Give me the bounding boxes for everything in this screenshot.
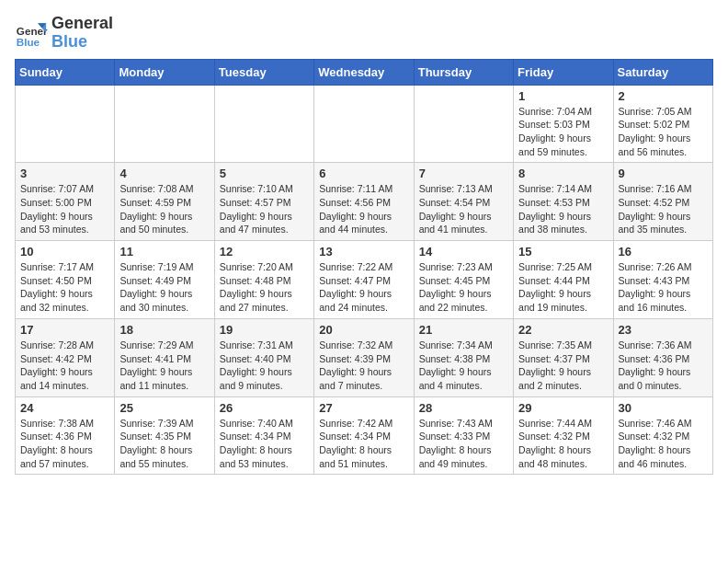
day-number: 1	[518, 89, 608, 103]
day-number: 8	[518, 167, 608, 180]
calendar-cell: 27Sunrise: 7:42 AMSunset: 4:34 PMDayligh…	[314, 396, 414, 475]
day-info: Sunrise: 7:08 AMSunset: 4:59 PMDaylight:…	[119, 182, 209, 236]
day-of-week-header: Friday	[514, 59, 613, 85]
calendar-cell: 10Sunrise: 7:17 AMSunset: 4:50 PMDayligh…	[16, 241, 115, 319]
calendar-cell: 28Sunrise: 7:43 AMSunset: 4:33 PMDayligh…	[414, 396, 513, 475]
day-number: 28	[419, 401, 508, 415]
calendar-cell: 21Sunrise: 7:34 AMSunset: 4:38 PMDayligh…	[414, 318, 513, 396]
day-number: 15	[518, 245, 608, 259]
day-number: 18	[119, 323, 209, 337]
day-number: 11	[119, 245, 209, 259]
day-number: 17	[20, 323, 109, 337]
day-of-week-header: Wednesday	[314, 59, 414, 85]
day-info: Sunrise: 7:25 AMSunset: 4:44 PMDaylight:…	[518, 260, 608, 315]
day-info: Sunrise: 7:19 AMSunset: 4:49 PMDaylight:…	[119, 260, 209, 315]
calendar-cell: 30Sunrise: 7:46 AMSunset: 4:32 PMDayligh…	[613, 396, 712, 475]
day-number: 16	[619, 245, 708, 259]
calendar-cell: 11Sunrise: 7:19 AMSunset: 4:49 PMDayligh…	[115, 241, 214, 319]
day-info: Sunrise: 7:34 AMSunset: 4:38 PMDaylight:…	[419, 339, 508, 393]
day-number: 2	[619, 89, 708, 103]
calendar-cell: 18Sunrise: 7:29 AMSunset: 4:41 PMDayligh…	[115, 318, 214, 396]
day-info: Sunrise: 7:43 AMSunset: 4:33 PMDaylight:…	[419, 417, 508, 471]
calendar-cell: 29Sunrise: 7:44 AMSunset: 4:32 PMDayligh…	[514, 396, 613, 475]
day-info: Sunrise: 7:04 AMSunset: 5:03 PMDaylight:…	[518, 105, 608, 159]
day-info: Sunrise: 7:17 AMSunset: 4:50 PMDaylight:…	[20, 260, 109, 315]
calendar-cell: 24Sunrise: 7:38 AMSunset: 4:36 PMDayligh…	[16, 396, 115, 475]
calendar-cell: 13Sunrise: 7:22 AMSunset: 4:47 PMDayligh…	[314, 241, 414, 319]
day-number: 14	[419, 245, 508, 259]
calendar-cell: 23Sunrise: 7:36 AMSunset: 4:36 PMDayligh…	[613, 318, 712, 396]
day-info: Sunrise: 7:32 AMSunset: 4:39 PMDaylight:…	[319, 339, 408, 393]
day-info: Sunrise: 7:11 AMSunset: 4:56 PMDaylight:…	[319, 182, 408, 236]
day-number: 4	[119, 167, 209, 180]
day-info: Sunrise: 7:14 AMSunset: 4:53 PMDaylight:…	[518, 182, 608, 236]
calendar-cell: 8Sunrise: 7:14 AMSunset: 4:53 PMDaylight…	[514, 163, 613, 241]
day-number: 13	[319, 245, 408, 259]
day-number: 19	[220, 323, 309, 337]
day-info: Sunrise: 7:16 AMSunset: 4:52 PMDaylight:…	[619, 182, 708, 236]
day-info: Sunrise: 7:31 AMSunset: 4:40 PMDaylight:…	[220, 339, 309, 393]
day-info: Sunrise: 7:20 AMSunset: 4:48 PMDaylight:…	[220, 260, 309, 315]
calendar-week-row: 10Sunrise: 7:17 AMSunset: 4:50 PMDayligh…	[16, 241, 713, 319]
day-info: Sunrise: 7:26 AMSunset: 4:43 PMDaylight:…	[619, 260, 708, 315]
calendar-cell: 20Sunrise: 7:32 AMSunset: 4:39 PMDayligh…	[314, 318, 414, 396]
calendar-cell: 19Sunrise: 7:31 AMSunset: 4:40 PMDayligh…	[214, 318, 313, 396]
day-number: 27	[319, 401, 408, 415]
day-info: Sunrise: 7:22 AMSunset: 4:47 PMDaylight:…	[319, 260, 408, 315]
day-number: 12	[220, 245, 309, 259]
day-info: Sunrise: 7:28 AMSunset: 4:42 PMDaylight:…	[20, 339, 109, 393]
day-number: 3	[20, 167, 109, 180]
day-number: 7	[419, 167, 508, 180]
day-info: Sunrise: 7:38 AMSunset: 4:36 PMDaylight:…	[20, 417, 109, 471]
day-number: 26	[220, 401, 309, 415]
calendar-cell: 15Sunrise: 7:25 AMSunset: 4:44 PMDayligh…	[514, 241, 613, 319]
day-number: 9	[619, 167, 708, 180]
day-info: Sunrise: 7:39 AMSunset: 4:35 PMDaylight:…	[119, 417, 209, 471]
day-number: 25	[119, 401, 209, 415]
calendar-cell: 9Sunrise: 7:16 AMSunset: 4:52 PMDaylight…	[613, 163, 712, 241]
calendar-week-row: 24Sunrise: 7:38 AMSunset: 4:36 PMDayligh…	[16, 396, 713, 475]
calendar-cell: 3Sunrise: 7:07 AMSunset: 5:00 PMDaylight…	[16, 163, 115, 241]
day-number: 6	[319, 167, 408, 180]
day-info: Sunrise: 7:29 AMSunset: 4:41 PMDaylight:…	[119, 339, 209, 393]
calendar-cell: 25Sunrise: 7:39 AMSunset: 4:35 PMDayligh…	[115, 396, 214, 475]
day-number: 20	[319, 323, 408, 337]
day-of-week-header: Monday	[115, 59, 214, 85]
calendar-cell	[16, 85, 115, 163]
calendar-cell: 1Sunrise: 7:04 AMSunset: 5:03 PMDaylight…	[514, 85, 613, 163]
calendar-table: SundayMondayTuesdayWednesdayThursdayFrid…	[15, 59, 713, 476]
calendar-header-row: SundayMondayTuesdayWednesdayThursdayFrid…	[16, 59, 713, 85]
calendar-cell: 12Sunrise: 7:20 AMSunset: 4:48 PMDayligh…	[214, 241, 313, 319]
calendar-week-row: 17Sunrise: 7:28 AMSunset: 4:42 PMDayligh…	[16, 318, 713, 396]
calendar-cell: 26Sunrise: 7:40 AMSunset: 4:34 PMDayligh…	[214, 396, 313, 475]
calendar-cell: 22Sunrise: 7:35 AMSunset: 4:37 PMDayligh…	[514, 318, 613, 396]
calendar-cell	[214, 85, 313, 163]
page-header: General Blue General Blue	[15, 15, 713, 52]
day-of-week-header: Sunday	[16, 59, 115, 85]
day-info: Sunrise: 7:10 AMSunset: 4:57 PMDaylight:…	[220, 182, 309, 236]
day-info: Sunrise: 7:05 AMSunset: 5:02 PMDaylight:…	[619, 105, 708, 159]
calendar-cell	[414, 85, 513, 163]
day-number: 10	[20, 245, 109, 259]
day-of-week-header: Thursday	[414, 59, 513, 85]
calendar-cell: 17Sunrise: 7:28 AMSunset: 4:42 PMDayligh…	[16, 318, 115, 396]
day-info: Sunrise: 7:46 AMSunset: 4:32 PMDaylight:…	[619, 417, 708, 471]
calendar-week-row: 1Sunrise: 7:04 AMSunset: 5:03 PMDaylight…	[16, 85, 713, 163]
day-info: Sunrise: 7:13 AMSunset: 4:54 PMDaylight:…	[419, 182, 508, 236]
logo: General Blue General Blue	[15, 15, 113, 52]
calendar-cell: 4Sunrise: 7:08 AMSunset: 4:59 PMDaylight…	[115, 163, 214, 241]
calendar-cell	[115, 85, 214, 163]
calendar-cell: 16Sunrise: 7:26 AMSunset: 4:43 PMDayligh…	[613, 241, 712, 319]
calendar-cell: 14Sunrise: 7:23 AMSunset: 4:45 PMDayligh…	[414, 241, 513, 319]
day-info: Sunrise: 7:40 AMSunset: 4:34 PMDaylight:…	[220, 417, 309, 471]
calendar-cell: 6Sunrise: 7:11 AMSunset: 4:56 PMDaylight…	[314, 163, 414, 241]
day-info: Sunrise: 7:07 AMSunset: 5:00 PMDaylight:…	[20, 182, 109, 236]
day-number: 29	[518, 401, 608, 415]
day-info: Sunrise: 7:44 AMSunset: 4:32 PMDaylight:…	[518, 417, 608, 471]
day-number: 22	[518, 323, 608, 337]
day-of-week-header: Tuesday	[214, 59, 313, 85]
day-number: 24	[20, 401, 109, 415]
calendar-cell: 7Sunrise: 7:13 AMSunset: 4:54 PMDaylight…	[414, 163, 513, 241]
day-info: Sunrise: 7:23 AMSunset: 4:45 PMDaylight:…	[419, 260, 508, 315]
day-info: Sunrise: 7:42 AMSunset: 4:34 PMDaylight:…	[319, 417, 408, 471]
